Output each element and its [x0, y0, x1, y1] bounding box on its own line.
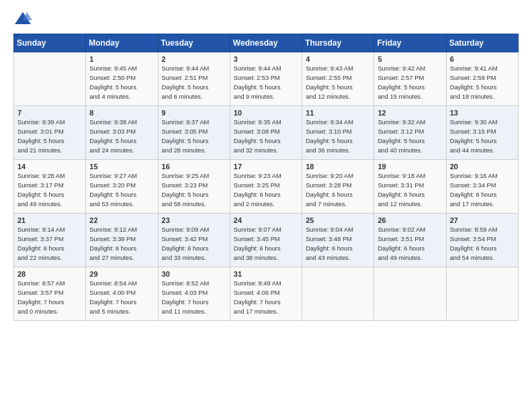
logo-icon — [13, 11, 32, 26]
day-number: 29 — [89, 270, 154, 278]
calendar-cell: 17Sunrise: 9:23 AM Sunset: 3:25 PM Dayli… — [230, 160, 302, 214]
day-info: Sunrise: 9:38 AM Sunset: 3:03 PM Dayligh… — [89, 118, 154, 156]
calendar-cell: 27Sunrise: 8:59 AM Sunset: 3:54 PM Dayli… — [446, 214, 518, 267]
column-header-saturday: Saturday — [446, 34, 518, 52]
calendar-cell: 11Sunrise: 9:34 AM Sunset: 3:10 PM Dayli… — [302, 106, 374, 160]
day-info: Sunrise: 9:43 AM Sunset: 2:55 PM Dayligh… — [306, 64, 370, 102]
day-number: 6 — [450, 55, 515, 63]
day-number: 16 — [162, 163, 226, 171]
day-number: 13 — [450, 109, 515, 117]
calendar-cell: 15Sunrise: 9:27 AM Sunset: 3:20 PM Dayli… — [86, 160, 158, 214]
day-number: 26 — [378, 216, 442, 224]
calendar-cell — [446, 267, 518, 321]
calendar-cell: 23Sunrise: 9:09 AM Sunset: 3:42 PM Dayli… — [158, 214, 230, 267]
day-number: 2 — [162, 55, 226, 63]
calendar-cell: 3Sunrise: 9:44 AM Sunset: 2:53 PM Daylig… — [230, 52, 302, 106]
day-info: Sunrise: 9:02 AM Sunset: 3:51 PM Dayligh… — [378, 226, 442, 263]
day-number: 28 — [17, 270, 82, 278]
day-info: Sunrise: 9:41 AM Sunset: 2:59 PM Dayligh… — [450, 64, 515, 102]
day-number: 22 — [89, 216, 154, 224]
calendar-cell: 19Sunrise: 9:18 AM Sunset: 3:31 PM Dayli… — [374, 160, 446, 214]
day-info: Sunrise: 9:23 AM Sunset: 3:25 PM Dayligh… — [234, 172, 298, 210]
week-row-2: 7Sunrise: 9:39 AM Sunset: 3:01 PM Daylig… — [14, 106, 519, 160]
day-info: Sunrise: 9:18 AM Sunset: 3:31 PM Dayligh… — [378, 172, 442, 210]
day-info: Sunrise: 9:39 AM Sunset: 3:01 PM Dayligh… — [17, 118, 82, 156]
day-number: 11 — [306, 109, 370, 117]
day-info: Sunrise: 8:57 AM Sunset: 3:57 PM Dayligh… — [17, 279, 82, 317]
day-info: Sunrise: 9:12 AM Sunset: 3:39 PM Dayligh… — [89, 226, 154, 263]
calendar-cell: 30Sunrise: 8:52 AM Sunset: 4:03 PM Dayli… — [158, 267, 230, 321]
calendar-cell: 29Sunrise: 8:54 AM Sunset: 4:00 PM Dayli… — [86, 267, 158, 321]
day-info: Sunrise: 9:09 AM Sunset: 3:42 PM Dayligh… — [162, 226, 226, 263]
day-number: 19 — [378, 163, 442, 171]
day-number: 3 — [234, 55, 298, 63]
day-info: Sunrise: 9:07 AM Sunset: 3:45 PM Dayligh… — [234, 226, 298, 263]
day-info: Sunrise: 8:49 AM Sunset: 4:06 PM Dayligh… — [234, 279, 298, 317]
calendar-cell: 6Sunrise: 9:41 AM Sunset: 2:59 PM Daylig… — [446, 52, 518, 106]
calendar-cell: 22Sunrise: 9:12 AM Sunset: 3:39 PM Dayli… — [86, 214, 158, 267]
day-number: 21 — [17, 216, 82, 224]
calendar-cell: 10Sunrise: 9:35 AM Sunset: 3:08 PM Dayli… — [230, 106, 302, 160]
day-number: 23 — [162, 216, 226, 224]
day-info: Sunrise: 9:34 AM Sunset: 3:10 PM Dayligh… — [306, 118, 370, 156]
day-number: 1 — [89, 55, 154, 63]
day-number: 5 — [378, 55, 442, 63]
calendar-cell: 2Sunrise: 9:44 AM Sunset: 2:51 PM Daylig… — [158, 52, 230, 106]
calendar-cell: 20Sunrise: 9:16 AM Sunset: 3:34 PM Dayli… — [446, 160, 518, 214]
calendar-cell: 26Sunrise: 9:02 AM Sunset: 3:51 PM Dayli… — [374, 214, 446, 267]
day-number: 7 — [17, 109, 82, 117]
day-info: Sunrise: 9:16 AM Sunset: 3:34 PM Dayligh… — [450, 172, 515, 210]
day-info: Sunrise: 9:42 AM Sunset: 2:57 PM Dayligh… — [378, 64, 442, 102]
calendar-cell: 28Sunrise: 8:57 AM Sunset: 3:57 PM Dayli… — [14, 267, 86, 321]
day-info: Sunrise: 9:25 AM Sunset: 3:23 PM Dayligh… — [162, 172, 226, 210]
day-info: Sunrise: 9:30 AM Sunset: 3:15 PM Dayligh… — [450, 118, 515, 156]
day-info: Sunrise: 9:28 AM Sunset: 3:17 PM Dayligh… — [17, 172, 82, 210]
calendar-cell: 21Sunrise: 9:14 AM Sunset: 3:37 PM Dayli… — [14, 214, 86, 267]
calendar-cell: 4Sunrise: 9:43 AM Sunset: 2:55 PM Daylig… — [302, 52, 374, 106]
week-row-4: 21Sunrise: 9:14 AM Sunset: 3:37 PM Dayli… — [14, 214, 519, 267]
day-number: 9 — [162, 109, 226, 117]
day-info: Sunrise: 9:44 AM Sunset: 2:51 PM Dayligh… — [162, 64, 226, 102]
calendar-table: SundayMondayTuesdayWednesdayThursdayFrid… — [13, 34, 519, 321]
calendar-cell — [302, 267, 374, 321]
day-number: 20 — [450, 163, 515, 171]
week-row-5: 28Sunrise: 8:57 AM Sunset: 3:57 PM Dayli… — [14, 267, 519, 321]
day-info: Sunrise: 9:20 AM Sunset: 3:28 PM Dayligh… — [306, 172, 370, 210]
calendar-cell: 16Sunrise: 9:25 AM Sunset: 3:23 PM Dayli… — [158, 160, 230, 214]
week-row-3: 14Sunrise: 9:28 AM Sunset: 3:17 PM Dayli… — [14, 160, 519, 214]
calendar-header-row: SundayMondayTuesdayWednesdayThursdayFrid… — [14, 34, 519, 52]
column-header-thursday: Thursday — [302, 34, 374, 52]
column-header-monday: Monday — [86, 34, 158, 52]
calendar-cell — [374, 267, 446, 321]
day-number: 12 — [378, 109, 442, 117]
calendar-cell — [14, 52, 86, 106]
day-info: Sunrise: 9:04 AM Sunset: 3:48 PM Dayligh… — [306, 226, 370, 263]
day-number: 10 — [234, 109, 298, 117]
day-number: 15 — [89, 163, 154, 171]
calendar-cell: 14Sunrise: 9:28 AM Sunset: 3:17 PM Dayli… — [14, 160, 86, 214]
day-info: Sunrise: 9:27 AM Sunset: 3:20 PM Dayligh… — [89, 172, 154, 210]
day-number: 30 — [162, 270, 226, 278]
day-info: Sunrise: 9:37 AM Sunset: 3:05 PM Dayligh… — [162, 118, 226, 156]
page-header — [13, 11, 519, 26]
calendar-cell: 9Sunrise: 9:37 AM Sunset: 3:05 PM Daylig… — [158, 106, 230, 160]
calendar-cell: 12Sunrise: 9:32 AM Sunset: 3:12 PM Dayli… — [374, 106, 446, 160]
week-row-1: 1Sunrise: 9:45 AM Sunset: 2:50 PM Daylig… — [14, 52, 519, 106]
day-info: Sunrise: 9:35 AM Sunset: 3:08 PM Dayligh… — [234, 118, 298, 156]
logo — [13, 11, 35, 26]
calendar-cell: 24Sunrise: 9:07 AM Sunset: 3:45 PM Dayli… — [230, 214, 302, 267]
day-info: Sunrise: 8:54 AM Sunset: 4:00 PM Dayligh… — [89, 279, 154, 317]
day-info: Sunrise: 9:45 AM Sunset: 2:50 PM Dayligh… — [89, 64, 154, 102]
day-number: 25 — [306, 216, 370, 224]
day-number: 24 — [234, 216, 298, 224]
day-info: Sunrise: 8:59 AM Sunset: 3:54 PM Dayligh… — [450, 226, 515, 263]
column-header-tuesday: Tuesday — [158, 34, 230, 52]
calendar-cell: 8Sunrise: 9:38 AM Sunset: 3:03 PM Daylig… — [86, 106, 158, 160]
day-number: 14 — [17, 163, 82, 171]
day-number: 8 — [89, 109, 154, 117]
calendar-cell: 31Sunrise: 8:49 AM Sunset: 4:06 PM Dayli… — [230, 267, 302, 321]
day-info: Sunrise: 9:14 AM Sunset: 3:37 PM Dayligh… — [17, 226, 82, 263]
calendar-cell: 5Sunrise: 9:42 AM Sunset: 2:57 PM Daylig… — [374, 52, 446, 106]
column-header-sunday: Sunday — [14, 34, 86, 52]
column-header-wednesday: Wednesday — [230, 34, 302, 52]
